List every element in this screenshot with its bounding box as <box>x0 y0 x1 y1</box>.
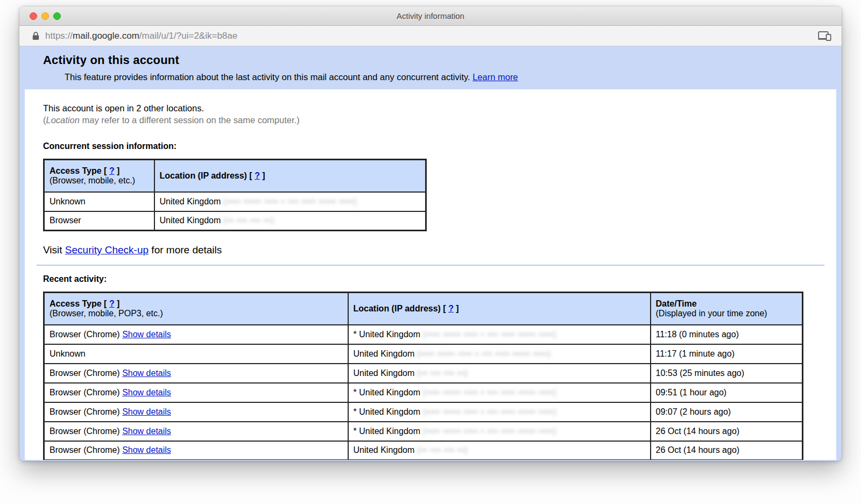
show-details-link[interactable]: Show details <box>122 445 171 455</box>
show-details-link[interactable]: Show details <box>122 388 171 397</box>
redacted-ip: (•••• ••••• •••• • ••• •••• ••••• ••••) <box>422 388 556 397</box>
table-row: Browser (Chrome) Show details* United Ki… <box>44 422 803 441</box>
close-window-button[interactable] <box>30 12 37 20</box>
access-type-cell: Unknown <box>44 344 348 364</box>
access-type-cell: Browser <box>44 211 154 231</box>
table-row: UnknownUnited Kingdom (•••• ••••• •••• •… <box>44 192 426 211</box>
table-header-row: Access Type [ ? ](Browser, mobile, POP3,… <box>44 293 803 325</box>
datetime-cell: 11:18 (0 minutes ago) <box>651 325 803 344</box>
redacted-ip: (•••• ••••• •••• • ••• •••• ••••• ••••) <box>422 407 556 416</box>
show-details-link[interactable]: Show details <box>122 330 171 339</box>
access-type-cell: Browser (Chrome) Show details <box>44 325 348 344</box>
column-header: Access Type [ ? ](Browser, mobile, POP3,… <box>44 293 348 325</box>
redacted-ip: (•••• ••••• •••• • ••• •••• ••••• ••••) <box>422 427 556 436</box>
url-domain: mail.google.com <box>73 31 139 41</box>
column-subtitle: (Browser, mobile, etc.) <box>50 176 135 185</box>
show-details-link[interactable]: Show details <box>122 407 171 416</box>
location-cell: * United Kingdom (•••• ••••• •••• • ••• … <box>348 402 651 422</box>
datetime-cell: 26 Oct (14 hours ago) <box>651 441 803 460</box>
table-row: BrowserUnited Kingdom (•• ••• ••• ••) <box>44 211 426 231</box>
page-description-text: This feature provides information about … <box>65 72 470 82</box>
help-link[interactable]: ? <box>109 299 115 308</box>
content-panel: This account is open in 2 other location… <box>25 89 836 460</box>
learn-more-link[interactable]: Learn more <box>472 72 518 82</box>
window-titlebar[interactable]: Activity information <box>19 6 842 26</box>
location-note: (Location may refer to a different sessi… <box>43 115 818 125</box>
window-controls <box>30 6 61 25</box>
recent-activity-heading: Recent activity: <box>43 274 818 284</box>
location-cell: * United Kingdom (•••• ••••• •••• • ••• … <box>348 383 651 402</box>
show-details-link[interactable]: Show details <box>122 427 171 436</box>
activity-page: Activity on this account This feature pr… <box>19 46 842 460</box>
browser-window: Activity information https://mail.google… <box>19 6 842 461</box>
table-row: Browser (Chrome) Show details* United Ki… <box>44 383 803 402</box>
page-title: Activity on this account <box>43 53 818 67</box>
location-cell: United Kingdom (•••• ••••• •••• • ••• ••… <box>154 192 426 211</box>
column-subtitle: (Displayed in your time zone) <box>656 309 767 318</box>
concurrent-session-table: Access Type [ ? ](Browser, mobile, etc.)… <box>43 159 427 231</box>
help-link[interactable]: ? <box>448 304 454 313</box>
redacted-ip: (•••• ••••• •••• • ••• •••• ••••• ••••) <box>422 330 556 339</box>
screen: Activity information https://mail.google… <box>0 0 861 504</box>
redacted-ip: (•• ••• ••• ••) <box>417 368 468 378</box>
recent-activity-table: Access Type [ ? ](Browser, mobile, POP3,… <box>43 292 803 460</box>
location-cell: * United Kingdom (•••• ••••• •••• • ••• … <box>348 325 651 344</box>
table-header-row: Access Type [ ? ](Browser, mobile, etc.)… <box>44 160 426 192</box>
location-cell: United Kingdom (•• ••• ••• ••) <box>348 364 651 383</box>
location-cell: United Kingdom (•• ••• ••• ••) <box>348 441 651 460</box>
redacted-ip: (•••• ••••• •••• • ••• •••• ••••• ••••) <box>223 197 357 206</box>
access-type-cell: Browser (Chrome) Show details <box>44 383 348 402</box>
datetime-cell: 11:17 (1 minute ago) <box>651 344 803 364</box>
help-link[interactable]: ? <box>255 171 260 180</box>
help-link[interactable]: ? <box>109 166 115 175</box>
security-checkup-link[interactable]: Security Check-up <box>65 244 149 255</box>
column-header: Location (IP address) [ ? ] <box>348 293 651 325</box>
url-path: /mail/u/1/?ui=2&ik=b8ae <box>139 31 237 41</box>
location-cell: * United Kingdom (•••• ••••• •••• • ••• … <box>348 422 651 441</box>
table-row: UnknownUnited Kingdom (•••• ••••• •••• •… <box>44 344 803 364</box>
redacted-ip: (•• ••• ••• ••) <box>417 445 468 455</box>
redacted-ip: (•••• ••••• •••• • ••• •••• ••••• ••••) <box>417 349 551 358</box>
table-row: Browser (Chrome) Show details* United Ki… <box>44 402 803 422</box>
table-row: Browser (Chrome) Show detailsUnited King… <box>44 364 803 383</box>
concurrent-session-heading: Concurrent session information: <box>43 141 818 151</box>
devices-icon[interactable] <box>818 31 832 41</box>
datetime-cell: 10:53 (25 minutes ago) <box>651 364 803 383</box>
redacted-ip: (•• ••• ••• ••) <box>223 216 274 225</box>
location-cell: United Kingdom (•••• ••••• •••• • ••• ••… <box>348 344 651 364</box>
column-subtitle: (Browser, mobile, POP3, etc.) <box>50 309 163 318</box>
account-open-summary: This account is open in 2 other location… <box>43 103 818 113</box>
url-bar[interactable]: https://mail.google.com/mail/u/1/?ui=2&i… <box>19 26 842 46</box>
section-divider <box>37 265 824 266</box>
page-header: Activity on this account This feature pr… <box>19 46 842 89</box>
table-row: Browser (Chrome) Show details* United Ki… <box>44 325 803 344</box>
access-type-cell: Browser (Chrome) Show details <box>44 364 348 383</box>
access-type-cell: Browser (Chrome) Show details <box>44 402 348 422</box>
show-details-link[interactable]: Show details <box>122 368 171 378</box>
datetime-cell: 26 Oct (14 hours ago) <box>651 422 803 441</box>
column-header: Date/Time (Displayed in your time zone) <box>651 293 803 325</box>
access-type-cell: Unknown <box>44 192 154 211</box>
table-row: Browser (Chrome) Show detailsUnited King… <box>44 441 803 460</box>
location-note-italic: Location <box>46 115 80 125</box>
datetime-cell: 09:51 (1 hour ago) <box>651 383 803 402</box>
column-header: Location (IP address) [ ? ] <box>154 160 426 192</box>
security-checkup-line: Visit Security Check-up for more details <box>43 244 818 256</box>
url-text[interactable]: https://mail.google.com/mail/u/1/?ui=2&i… <box>45 31 812 41</box>
location-cell: United Kingdom (•• ••• ••• ••) <box>154 211 426 231</box>
access-type-cell: Browser (Chrome) Show details <box>44 441 348 460</box>
minimize-window-button[interactable] <box>41 12 49 20</box>
zoom-window-button[interactable] <box>53 12 61 20</box>
datetime-cell: 09:07 (2 hours ago) <box>651 402 803 422</box>
window-title: Activity information <box>397 11 464 20</box>
lock-icon <box>32 31 39 40</box>
page-description: This feature provides information about … <box>65 72 818 82</box>
column-header: Access Type [ ? ](Browser, mobile, etc.) <box>44 160 154 192</box>
access-type-cell: Browser (Chrome) Show details <box>44 422 348 441</box>
url-scheme: https:// <box>45 31 73 41</box>
